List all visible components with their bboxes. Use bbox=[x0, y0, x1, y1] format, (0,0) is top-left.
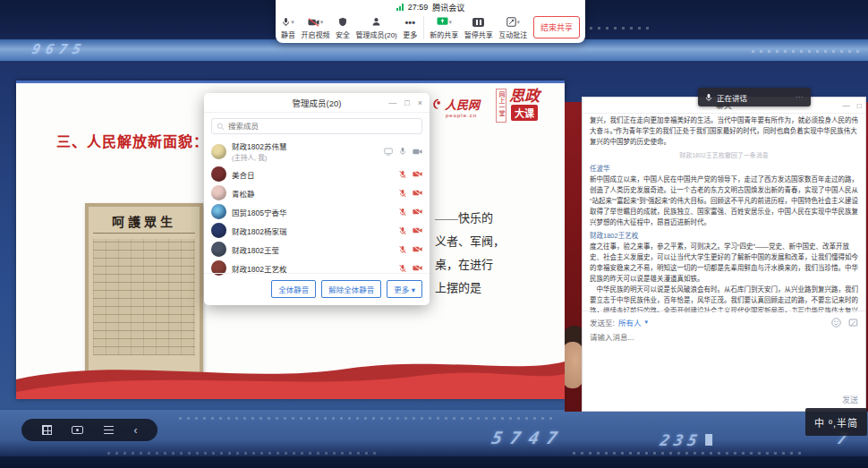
mic-icon[interactable] bbox=[399, 147, 406, 156]
people-cn-logo-mark bbox=[431, 98, 443, 110]
pause-icon bbox=[472, 18, 484, 27]
unmute-all-button[interactable]: 解除全体静音 bbox=[321, 280, 381, 298]
send-to-label: 发送至: bbox=[590, 317, 615, 328]
meeting-toolbar: 27:59 腾讯会议 ▾ 静音 ▾ 开启视频 安全 bbox=[276, 0, 585, 43]
more-button[interactable]: 更多 ▾ bbox=[387, 280, 422, 298]
wallpaper-number: 5747 bbox=[490, 428, 567, 447]
wallpaper-pattern bbox=[573, 452, 805, 455]
camera-off-icon[interactable] bbox=[413, 226, 422, 234]
cursor-block bbox=[705, 434, 712, 446]
avatar bbox=[211, 185, 226, 200]
speaking-label: 正在讲话 bbox=[717, 92, 747, 103]
more-button[interactable]: ••• 更多 bbox=[403, 16, 417, 39]
wallpaper-number: 9675 bbox=[30, 41, 88, 57]
chat-message-list[interactable]: 一代青年有一代青年的历史际遇，我们的国家正在走向繁荣富强，我们的民族正在走向伟大… bbox=[583, 114, 865, 312]
sharing-icon[interactable] bbox=[384, 148, 393, 156]
chat-window: 聊天 — □ 一代青年有一代青年的历史际遇，我们的国家正在走向繁荣富强，我们的民… bbox=[582, 97, 866, 412]
dialog-maximize-button[interactable]: □ bbox=[404, 98, 409, 107]
chat-input[interactable] bbox=[590, 333, 849, 342]
avatar bbox=[211, 166, 226, 182]
member-row[interactable]: 财政1802苏伟慧 (主持人, 我) bbox=[204, 138, 430, 165]
camera-icon[interactable] bbox=[72, 426, 83, 434]
avatar bbox=[211, 223, 226, 238]
toolbar-divider bbox=[423, 16, 424, 39]
chat-message-text: 新中国成立以来，中国人民在中国共产党的领导下，走过了西方发达国家数百年走过的路，… bbox=[590, 174, 858, 228]
avatar bbox=[211, 144, 226, 159]
host-badge: (主持人, 我) bbox=[232, 152, 286, 162]
camera-off-icon[interactable] bbox=[413, 264, 422, 272]
chevron-down-icon[interactable]: ▾ bbox=[517, 19, 521, 25]
member-row[interactable]: 财政1802杨家瑞 bbox=[204, 221, 430, 240]
member-row[interactable]: 美合日 bbox=[204, 165, 430, 183]
meeting-timer: 27:59 bbox=[408, 3, 429, 12]
list-icon[interactable] bbox=[104, 426, 114, 434]
mic-muted-icon[interactable] bbox=[399, 189, 406, 198]
grid-icon[interactable] bbox=[42, 425, 52, 435]
slide-red-waves bbox=[16, 344, 565, 399]
camera-off-icon[interactable] bbox=[413, 245, 422, 253]
speaking-names: ⋯ bbox=[796, 93, 804, 101]
mute-button[interactable]: ▾ 静音 bbox=[281, 16, 295, 39]
mute-all-button[interactable]: 全体静音 bbox=[271, 280, 316, 298]
emoji-icon[interactable] bbox=[831, 318, 841, 328]
security-button[interactable]: 安全 bbox=[336, 16, 350, 39]
wallpaper-number: 235 bbox=[659, 431, 714, 449]
chat-minimize-button[interactable]: — bbox=[842, 101, 850, 110]
manage-members-button[interactable]: 管理成员(20) bbox=[356, 16, 397, 39]
chevron-down-icon[interactable]: ▾ bbox=[320, 19, 324, 25]
chat-maximize-button[interactable]: □ bbox=[857, 101, 862, 110]
chat-sender-name: 任波华 bbox=[590, 164, 858, 174]
wallpaper-pattern bbox=[107, 452, 376, 455]
slide-body-text: ——快乐的 义者、军阀， 桌，在进行 上摆的是 bbox=[435, 207, 505, 300]
mic-muted-icon[interactable] bbox=[399, 245, 406, 254]
pause-share-button[interactable]: 暂停共享 bbox=[464, 16, 493, 39]
dialog-title: 管理成员(20) bbox=[293, 97, 342, 109]
camera-off-icon[interactable] bbox=[413, 208, 422, 216]
manage-members-dialog: 管理成员(20) — □ × 财政1802苏伟慧 (主持人, 我) 美合日 bbox=[204, 93, 430, 305]
chevron-down-icon[interactable]: ▾ bbox=[449, 19, 453, 25]
recall-notice: 财政1802王艺枚撤回了一条消息 bbox=[590, 150, 858, 161]
end-share-button[interactable]: 结束共享 bbox=[533, 16, 580, 38]
send-button[interactable]: 发送 bbox=[842, 394, 858, 405]
dialog-minimize-button[interactable]: — bbox=[388, 98, 396, 107]
speaking-indicator: 正在讲话 ⋯ bbox=[698, 88, 811, 106]
screenshot-icon[interactable] bbox=[848, 318, 858, 328]
chevron-down-icon[interactable]: ▾ bbox=[291, 19, 294, 25]
member-search-input[interactable] bbox=[228, 122, 407, 131]
camera-off-icon[interactable] bbox=[413, 170, 422, 178]
member-search-box[interactable] bbox=[211, 118, 422, 134]
shield-icon bbox=[338, 17, 347, 27]
more-icon: ••• bbox=[405, 16, 416, 29]
mic-muted-icon[interactable] bbox=[399, 264, 406, 273]
mic-muted-icon[interactable] bbox=[399, 208, 406, 217]
members-icon bbox=[371, 17, 381, 27]
new-share-button[interactable]: ▾ 新的共享 bbox=[430, 16, 458, 39]
sizheng-course-logo: 网上一堂 思政 大课 bbox=[496, 89, 540, 123]
app-name: 腾讯会议 bbox=[432, 2, 464, 13]
newspaper-heading: 呵護眾生 bbox=[93, 212, 195, 234]
wallpaper-pattern bbox=[752, 50, 859, 53]
mic-muted-icon[interactable] bbox=[399, 170, 406, 179]
member-row[interactable]: 财政1802王莹 bbox=[204, 240, 430, 259]
dialog-close-button[interactable]: × bbox=[418, 98, 422, 107]
presenter-face bbox=[565, 326, 583, 412]
annotation-button[interactable]: ▾ 互动批注 bbox=[498, 16, 527, 39]
floating-tool-pill[interactable]: ‹ bbox=[21, 419, 157, 441]
share-screen-icon bbox=[437, 17, 448, 27]
chevron-down-icon: ▾ bbox=[644, 319, 648, 326]
network-signal-icon bbox=[396, 4, 404, 11]
chat-message-text: 中华民族的明天可以说是长风破浪会有时。从石库门到天安门，从兴业路到复兴路，我们要… bbox=[590, 285, 858, 312]
camera-off-icon[interactable] bbox=[413, 189, 422, 197]
annotate-icon bbox=[506, 17, 516, 27]
member-row[interactable]: 青松静 bbox=[204, 183, 430, 202]
mic-muted-icon[interactable] bbox=[399, 226, 406, 235]
ime-status-bar[interactable]: 中 º,半简 bbox=[805, 408, 867, 436]
search-icon bbox=[217, 123, 225, 131]
start-video-button[interactable]: ▾ 开启视频 bbox=[302, 16, 330, 39]
send-to-select[interactable]: 所有人 bbox=[618, 317, 642, 328]
wallpaper-pattern bbox=[179, 417, 555, 420]
member-row[interactable]: 国贸1805宁香华 bbox=[204, 202, 430, 221]
newspaper-cartoon bbox=[93, 239, 195, 355]
camera-icon[interactable] bbox=[413, 148, 422, 156]
collapse-arrow-icon[interactable]: ‹ bbox=[133, 425, 137, 436]
